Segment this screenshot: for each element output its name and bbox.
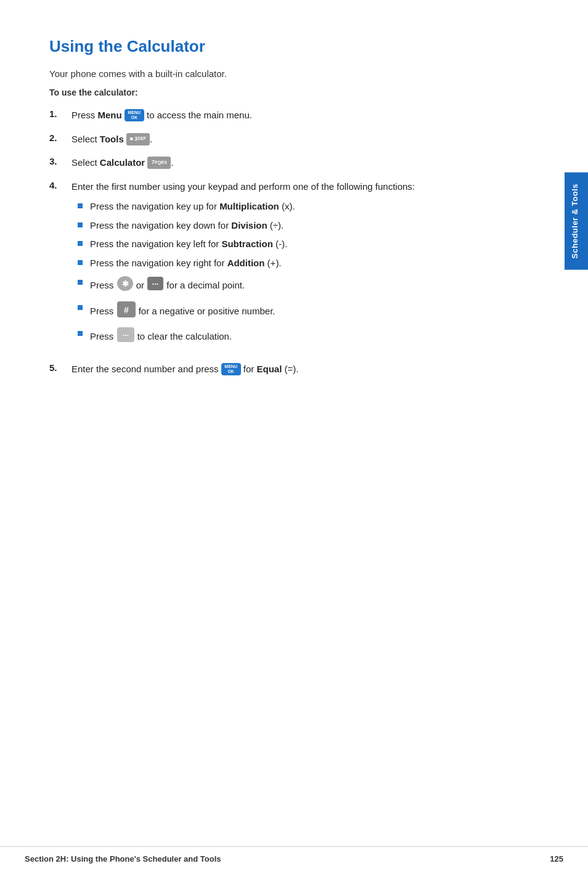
star-key-icon: ✱ [116,276,134,296]
intro-text: Your phone comes with a built-in calcula… [49,68,539,79]
page-wrapper: Scheduler & Tools Using the Calculator Y… [0,0,588,882]
footer-right: 125 [550,854,563,864]
bullet-4 [78,260,83,265]
sub-item-division: Press the navigation key down for Divisi… [78,219,539,233]
bold-multiply: Multiplication [219,201,279,211]
step-1-num: 1. [49,108,71,119]
step-5-content: Enter the second number and press MENUOK… [71,362,539,377]
section-label: To use the calculator: [49,88,539,97]
step-5: 5. Enter the second number and press MEN… [49,362,539,377]
step-3-content: Select Calculator 7PQRS . [71,156,539,170]
clear-key-icon: ··· [116,327,135,347]
sub-3-content: Press the navigation key left for Subtra… [90,237,539,251]
step-5-num: 5. [49,362,71,373]
footer-left: Section 2H: Using the Phone's Scheduler … [25,854,221,864]
sub-item-decimal: Press ✱ or [78,276,539,296]
hash-key-icon: # [116,301,136,322]
sub-4-content: Press the navigation key right for Addit… [90,256,539,271]
bullet-5 [78,280,83,285]
sub-item-clear: Press ··· to clear the calculation. [78,327,539,348]
step-4-content: Enter the first number using your keypad… [71,180,539,353]
sub-5-content: Press ✱ or [90,276,539,296]
svg-text:✱: ✱ [121,279,128,288]
sub-1-content: Press the navigation key up for Multipli… [90,200,539,214]
svg-text:···: ··· [152,279,159,288]
side-tab-label: Scheduler & Tools [570,184,579,259]
sub-item-addition: Press the navigation key right for Addit… [78,256,539,271]
sub-list: Press the navigation key up for Multipli… [71,200,539,348]
step-3-num: 3. [49,156,71,166]
step-1-bold: Menu [98,110,122,120]
sub-item-multiply: Press the navigation key up for Multipli… [78,200,539,214]
bold-subtraction: Subtraction [221,239,272,249]
step-2-num: 2. [49,133,71,143]
side-tab: Scheduler & Tools [565,173,588,270]
step-4: 4. Enter the first number using your key… [49,180,539,353]
sub-item-negative: Press # for a negative or positive numbe… [78,301,539,323]
bold-addition: Addition [227,258,265,268]
sub-item-subtraction: Press the navigation key left for Subtra… [78,237,539,251]
step-4-num: 4. [49,180,71,190]
step-2-bold: Tools [100,134,124,144]
step-2-content: Select Tools ■ 3DEF . [71,133,539,147]
bold-division: Division [231,220,267,231]
step-3-bold: Calculator [100,157,145,168]
bullet-1 [78,203,83,208]
page-title: Using the Calculator [49,37,539,56]
bullet-3 [78,241,83,246]
sub-6-content: Press # for a negative or positive numbe… [90,301,539,323]
tools-icon: ■ 3DEF [126,133,150,145]
sub-7-content: Press ··· to clear the calculation. [90,327,539,348]
dots-key-icon: ··· [147,276,164,295]
menu-icon: MENUOK [125,109,144,121]
bullet-2 [78,223,83,227]
svg-text:···: ··· [123,331,129,340]
step-1: 1. Press Menu MENUOK to access the main … [49,108,539,123]
step-5-bold: Equal [257,364,282,374]
steps-list: 1. Press Menu MENUOK to access the main … [49,108,539,376]
svg-text:#: # [124,305,129,315]
footer: Section 2H: Using the Phone's Scheduler … [0,846,588,864]
step-2: 2. Select Tools ■ 3DEF . [49,133,539,147]
step-1-content: Press Menu MENUOK to access the main men… [71,108,539,123]
bullet-7 [78,331,83,336]
calc-icon: 7PQRS [147,157,171,169]
menu-icon-2: MENUOK [221,363,241,375]
sub-2-content: Press the navigation key down for Divisi… [90,219,539,233]
bullet-6 [78,305,83,310]
step-3: 3. Select Calculator 7PQRS . [49,156,539,170]
